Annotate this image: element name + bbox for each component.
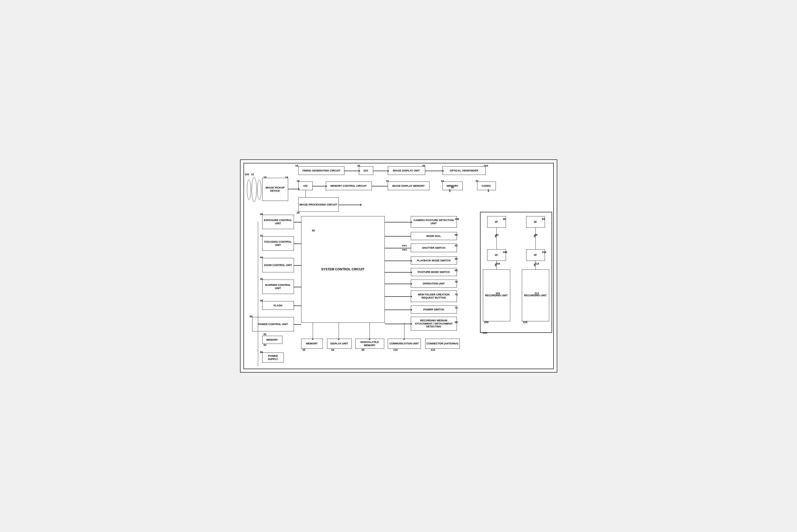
nonvolatile-memory-box: NONVOLATILE MEMORY — [356, 339, 384, 349]
power-control-label: POWER CONTROL UNIT — [258, 323, 288, 326]
memory-84-box: MEMORY — [262, 336, 283, 344]
image-processing-box: IMAGE PROCESSING CIRCUIT — [298, 197, 339, 212]
da-num: 26 — [357, 164, 360, 167]
operation-unit-label: OPERATION UNIT — [422, 282, 445, 285]
lens-2 — [252, 177, 257, 202]
exposure-control-label: EXPOSURE CONTROL UNIT — [263, 219, 293, 225]
focusing-num: 42 — [260, 234, 263, 237]
communication-num: 110 — [394, 348, 398, 351]
dbl-arrow-92: ⇕ — [494, 234, 497, 238]
line-sysctl-modedial — [385, 236, 411, 236]
shutter-num: 62 — [455, 244, 458, 247]
da-box: D/A — [359, 166, 373, 175]
line-sysctl-posture — [385, 272, 411, 273]
optical-viewfinder-num: 104 — [484, 164, 488, 167]
line-sys-display — [339, 323, 339, 339]
power-control-num: 80 — [250, 315, 253, 318]
line-sysctl-recmedium — [385, 324, 411, 324]
posture-mode-label: POSTURE MODE SWITCH — [418, 271, 450, 274]
timing-gen-box: TIMING GENERATING CIRCUIT — [298, 166, 344, 175]
line-timing-da — [344, 171, 359, 171]
line-sys-nonvol — [369, 323, 370, 339]
operation-unit-box: OPERATION UNIT — [411, 280, 457, 288]
line-sysctl-powerswitch — [385, 309, 411, 310]
line-sysctl-operation — [385, 284, 411, 284]
line-imgproc-sysctl — [339, 205, 360, 205]
dbl-arrow-214: ⇕ — [533, 263, 536, 267]
codec-num: 32 — [476, 179, 478, 183]
zoom-control-label: ZOOM CONTROL UNIT — [264, 264, 292, 267]
memory-top-num: 24 — [441, 179, 444, 183]
sw1-label: SW1 — [402, 244, 407, 247]
lens-3 — [257, 179, 261, 200]
dbl-arrow-codec: ⇕ — [487, 189, 490, 193]
mode-dial-label: MODE DIAL — [426, 234, 441, 238]
communication-unit-label: COMMUNICATION UNIT — [390, 342, 419, 345]
line-sysctl-newfolder — [385, 296, 411, 297]
zoom-num: 44 — [260, 256, 263, 259]
memory-control-box: MEMORY CONTROL CIRCUIT — [326, 182, 372, 190]
mode-dial-num: 60 — [455, 233, 458, 236]
memory-bottom-num: 52 — [303, 348, 306, 351]
camera-posture-box: CAMERA POSTURE DETECTION UNIT — [411, 216, 457, 228]
zoom-control-box: ZOOM CONTROL UNIT — [262, 258, 294, 272]
power-switch-num: 72 — [455, 306, 458, 309]
diagram-container: TIMING GENERATING CIRCUIT 18 D/A 26 IMAG… — [240, 159, 557, 373]
line-sys-memory — [313, 323, 313, 339]
ad-box: A/D — [298, 182, 313, 190]
codec-label: CODEC — [482, 185, 491, 188]
power-supply-label: POWER SUPPLY — [263, 355, 283, 361]
recording-medium-label: RECORDING MEDIUM ATTACHMENT / DETACHMENT… — [412, 319, 456, 328]
optical-viewfinder-box: OPTICAL VIEWFINDER — [442, 166, 486, 175]
nonvolatile-num: 56 — [362, 348, 365, 351]
image-display-memory-box: IMAGE DISPLAY MEMORY — [388, 182, 430, 190]
connector-antenna-box: CONNECTOR (ANTENNA) — [425, 339, 460, 349]
new-folder-box: NEW FOLDER CREATION REQUEST BUTTON — [411, 290, 457, 302]
da-label: D/A — [364, 169, 368, 172]
system-control-box: SYSTEM CONTROL CIRCUIT — [301, 216, 385, 323]
image-pickup-num: 10 — [264, 176, 267, 179]
power-supply-box: POWER SUPPLY — [262, 353, 284, 363]
line-ad-memory-ctrl — [313, 186, 326, 187]
line-da-display — [373, 171, 388, 171]
line-display-viewfinder — [425, 171, 442, 171]
image-display-memory-num: 22 — [386, 179, 389, 183]
power-switch-label: POWER SWITCH — [423, 308, 444, 311]
focusing-control-box: FOCUSING CONTROL UNIT — [262, 236, 294, 251]
playback-mode-label: PLAYBACK MODE SWITCH — [417, 259, 451, 262]
exposure-control-box: EXPOSURE CONTROL UNIT — [262, 215, 294, 229]
memory-84-label: MEMORY — [266, 338, 278, 342]
line-pickup-ad — [288, 189, 298, 189]
memory-84-num: 84 — [264, 343, 267, 346]
sw2-label: SW2 — [402, 248, 407, 251]
power-supply-num: 86 — [260, 351, 263, 354]
image-pickup-label: IMAGE PICKUP DEVICE — [263, 186, 287, 192]
connector-antenna-label: CONNECTOR (ANTENNA) — [426, 342, 458, 345]
display-unit-box: DISPLAY UNIT — [327, 339, 351, 349]
dbl-arrow-mem: ⇕ — [448, 189, 451, 193]
ad-label: A/D — [303, 185, 308, 188]
n202-label: 202 — [496, 292, 500, 295]
operation-num: 70 — [455, 280, 458, 283]
memory-bottom-box: MEMORY — [301, 339, 323, 349]
n212-label: 212 — [535, 292, 539, 295]
flash-box: FLASH — [262, 301, 294, 310]
recording-medium-box: RECORDING MEDIUM ATTACHMENT / DETACHMENT… — [411, 317, 457, 330]
line-sysctl-camposture — [385, 222, 411, 223]
optical-viewfinder-label: OPTICAL VIEWFINDER — [450, 169, 478, 172]
timing-gen-num: 18 — [295, 164, 298, 167]
flash-num: 48 — [260, 299, 263, 302]
image-display-unit-box: IMAGE DISPLAY UNIT — [388, 166, 425, 175]
image-processing-num: 20 — [297, 211, 300, 214]
playback-num: 66 — [455, 258, 458, 260]
barrier-control-box: BARRIER CONTROL UNIT — [262, 280, 294, 294]
image-display-num: 28 — [422, 164, 425, 167]
n30-label: 30 — [451, 186, 454, 189]
barrier-num: 46 — [260, 278, 263, 280]
camera-posture-num: 106 — [455, 217, 459, 221]
focusing-control-label: FOCUSING CONTROL UNIT — [263, 240, 293, 247]
ad-num: 16 — [297, 179, 300, 183]
image-processing-label: IMAGE PROCESSING CIRCUIT — [300, 203, 337, 206]
new-folder-num: 74 — [455, 293, 458, 296]
num-12: 12 — [251, 173, 254, 176]
